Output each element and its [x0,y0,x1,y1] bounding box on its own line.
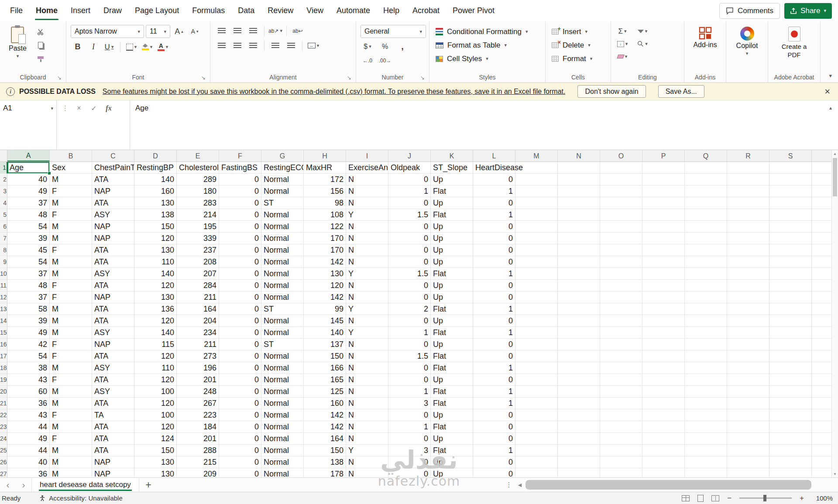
menu-item-home[interactable]: Home [29,0,64,21]
cell-C12[interactable]: NAP [92,291,134,303]
vertical-scroll-thumb[interactable] [833,158,837,196]
cell-S11[interactable] [769,280,812,291]
row-header-7[interactable]: 7 [0,233,7,244]
cell-M5[interactable] [515,209,558,221]
horizontal-scroll-thumb[interactable] [525,480,811,490]
row-header-17[interactable]: 17 [0,350,7,362]
cell-E16[interactable]: 211 [177,339,219,350]
cell-C18[interactable]: ASY [92,362,134,374]
cell-A10[interactable]: 37 [7,268,50,280]
cell-D27[interactable]: 130 [134,468,177,477]
cell-G11[interactable]: Normal [261,280,304,291]
horizontal-scrollbar[interactable]: ◀ [515,478,838,492]
cell-I6[interactable]: N [346,221,388,233]
cell-E2[interactable]: 289 [177,174,219,185]
cell-E14[interactable]: 204 [177,315,219,327]
cell-O19[interactable] [600,374,642,386]
percent-style-button[interactable]: % [378,41,392,52]
cell-A11[interactable]: 48 [7,280,50,291]
select-all-corner[interactable] [0,150,7,161]
cell-L5[interactable]: 1 [473,209,515,221]
cell-Q17[interactable] [685,350,727,362]
cell-J11[interactable]: 0 [388,280,431,291]
cell-D22[interactable]: 100 [134,409,177,421]
column-header-P[interactable]: P [642,150,685,161]
cell-O15[interactable] [600,327,642,339]
cell-O7[interactable] [600,233,642,244]
cell-L12[interactable]: 0 [473,291,515,303]
cell-B16[interactable]: F [50,339,92,350]
cell-D10[interactable]: 140 [134,268,177,280]
scrollbar-splitter[interactable]: ⋮ [503,478,515,492]
cell-E24[interactable]: 201 [177,433,219,445]
cell-M2[interactable] [515,174,558,185]
cell-S27[interactable] [769,468,812,477]
cell-K19[interactable]: Up [431,374,473,386]
cell-C6[interactable]: NAP [92,221,134,233]
cell-R7[interactable] [727,233,769,244]
cell-L25[interactable]: 1 [473,445,515,456]
cell-O10[interactable] [600,268,642,280]
cell-S20[interactable] [769,386,812,398]
page-break-view-button[interactable] [711,495,719,501]
cell-Q7[interactable] [685,233,727,244]
scroll-left-icon[interactable]: ◀ [515,482,525,488]
cell-N3[interactable] [558,185,600,197]
cell-L20[interactable]: 1 [473,386,515,398]
cell-H21[interactable]: 160 [304,398,346,409]
row-header-1[interactable]: 1 [0,162,7,174]
cell-D3[interactable]: 160 [134,185,177,197]
cell-D7[interactable]: 120 [134,233,177,244]
row-header-6[interactable]: 6 [0,221,7,233]
cell-R22[interactable] [727,409,769,421]
cell-Q9[interactable] [685,256,727,268]
align-left-button[interactable] [215,40,229,51]
cell-H24[interactable]: 164 [304,433,346,445]
cell-B22[interactable]: F [50,409,92,421]
cell-B7[interactable]: M [50,233,92,244]
cell-F15[interactable]: 0 [219,327,261,339]
cell-C22[interactable]: TA [92,409,134,421]
cell-O3[interactable] [600,185,642,197]
cell-C13[interactable]: ATA [92,303,134,315]
row-header-5[interactable]: 5 [0,209,7,221]
cell-J23[interactable]: 1 [388,421,431,433]
cell-F6[interactable]: 0 [219,221,261,233]
cell-Q6[interactable] [685,221,727,233]
cell-I5[interactable]: Y [346,209,388,221]
cell-A13[interactable]: 58 [7,303,50,315]
cell-J10[interactable]: 1.5 [388,268,431,280]
underline-button[interactable]: U▾ [102,41,116,53]
cell-S21[interactable] [769,398,812,409]
cell-O6[interactable] [600,221,642,233]
cell-Q5[interactable] [685,209,727,221]
cancel-icon[interactable]: × [72,102,86,115]
cell-B19[interactable]: F [50,374,92,386]
cell-G27[interactable]: Normal [261,468,304,477]
row-header-2[interactable]: 2 [0,174,7,185]
cell-H18[interactable]: 166 [304,362,346,374]
cell-L13[interactable]: 1 [473,303,515,315]
row-header-20[interactable]: 20 [0,386,7,398]
cell-K1[interactable]: ST_Slope [431,162,473,174]
cell-G15[interactable]: Normal [261,327,304,339]
cell-A1[interactable]: Age [7,162,50,174]
row-header-4[interactable]: 4 [0,197,7,209]
sheet-tab[interactable]: heart desease data setcopy [31,478,139,492]
cell-H23[interactable]: 142 [304,421,346,433]
cell-P19[interactable] [642,374,685,386]
cell-C8[interactable]: ATA [92,244,134,256]
copilot-button[interactable]: Copilot ▾ [732,25,762,72]
cell-D4[interactable]: 130 [134,197,177,209]
cell-I4[interactable]: N [346,197,388,209]
cell-J3[interactable]: 1 [388,185,431,197]
cell-P10[interactable] [642,268,685,280]
cell-C1[interactable]: ChestPainType [92,162,134,174]
cell-P25[interactable] [642,445,685,456]
cell-B21[interactable]: M [50,398,92,409]
cell-S22[interactable] [769,409,812,421]
cell-B2[interactable]: M [50,174,92,185]
cell-Q3[interactable] [685,185,727,197]
cell-F24[interactable]: 0 [219,433,261,445]
cell-A27[interactable]: 36 [7,468,50,477]
